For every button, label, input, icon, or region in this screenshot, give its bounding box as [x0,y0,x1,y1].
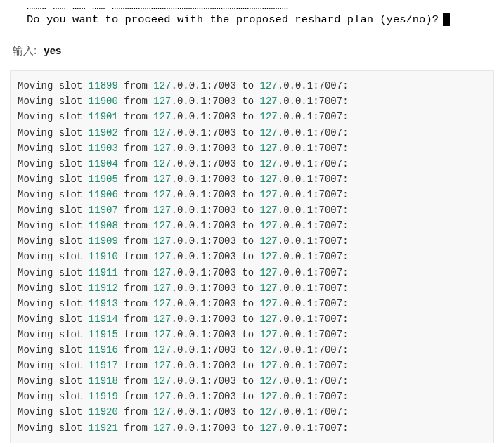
terminal-line: Moving slot 11901 from 127.0.0.1:7003 to… [18,109,488,124]
terminal-line: Moving slot 11910 from 127.0.0.1:7003 to… [18,249,488,264]
terminal-line: Moving slot 11907 from 127.0.0.1:7003 to… [18,202,488,218]
terminal-output: Moving slot 11899 from 127.0.0.1:7003 to… [10,70,494,443]
terminal-line: Moving slot 11904 from 127.0.0.1:7003 to… [18,156,488,171]
proceed-question-text: Do you want to proceed with the proposed… [27,13,439,27]
terminal-line: Moving slot 11912 from 127.0.0.1:7003 to… [18,280,488,296]
terminal-line: Moving slot 11913 from 127.0.0.1:7003 to… [18,296,488,311]
user-input-row: 输入: yes [0,29,504,66]
terminal-line: Moving slot 11905 from 127.0.0.1:7003 to… [18,171,488,187]
terminal-line: Moving slot 11915 from 127.0.0.1:7003 to… [18,327,488,342]
truncated-prev-line: ……… …… …… …… ……………………………………………………………………… [27,0,496,13]
terminal-line: Moving slot 11902 from 127.0.0.1:7003 to… [18,125,488,141]
terminal-line: Moving slot 11918 from 127.0.0.1:7003 to… [18,373,488,389]
cursor-icon [443,13,450,26]
terminal-line: Moving slot 11900 from 127.0.0.1:7003 to… [18,93,488,109]
terminal-line: Moving slot 11921 from 127.0.0.1:7003 to… [18,420,488,436]
terminal-line: Moving slot 11899 from 127.0.0.1:7003 to… [18,78,488,93]
terminal-line: Moving slot 11906 from 127.0.0.1:7003 to… [18,187,488,202]
proceed-question-line: Do you want to proceed with the proposed… [27,13,496,27]
terminal-line: Moving slot 11903 from 127.0.0.1:7003 to… [18,141,488,156]
terminal-line: Moving slot 11909 from 127.0.0.1:7003 to… [18,233,488,249]
terminal-line: Moving slot 11917 from 127.0.0.1:7003 to… [18,358,488,373]
input-label: 输入: [13,44,37,56]
prompt-block: ……… …… …… …… ………………………………………………………………………… [0,0,504,29]
terminal-line: Moving slot 11908 from 127.0.0.1:7003 to… [18,218,488,233]
terminal-line: Moving slot 11911 from 127.0.0.1:7003 to… [18,265,488,280]
terminal-line: Moving slot 11919 from 127.0.0.1:7003 to… [18,389,488,404]
terminal-line: Moving slot 11916 from 127.0.0.1:7003 to… [18,342,488,358]
terminal-line: Moving slot 11914 from 127.0.0.1:7003 to… [18,311,488,327]
input-value: yes [44,44,61,56]
terminal-line: Moving slot 11920 from 127.0.0.1:7003 to… [18,404,488,420]
